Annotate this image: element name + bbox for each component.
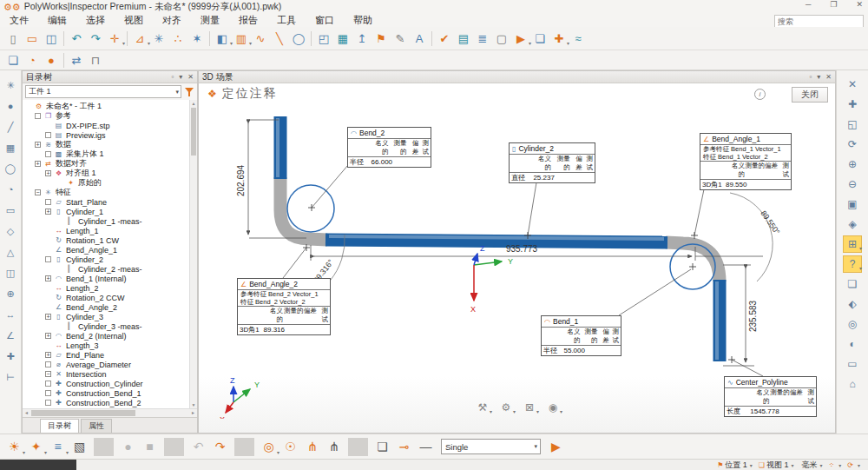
tree-item-expander[interactable] <box>57 218 63 224</box>
tree-item[interactable]: ∠ Bend_Angle_1 <box>23 245 197 255</box>
annotation-box[interactable]: ∿ Center_Polyline 名义的 测量的 偏差 测试 <box>724 376 817 417</box>
tree-item[interactable]: ↻ Rotation_1 CW <box>23 235 197 245</box>
menu-item[interactable]: 文件 <box>0 14 38 27</box>
pin-icon[interactable]: ▫ <box>809 73 812 81</box>
add-gauge-button[interactable]: ✚ <box>549 30 569 47</box>
rotate-view-button[interactable]: ⟳ <box>843 136 862 153</box>
tree-item-expander[interactable] <box>45 390 51 396</box>
tree-item[interactable]: ✚ Construction_Bend_1 <box>23 388 197 398</box>
layers-button[interactable]: ❏ <box>530 30 549 47</box>
record-macro-button[interactable]: ● <box>42 51 61 69</box>
zoom-in-button[interactable]: ⊕ <box>843 156 862 173</box>
compare-button[interactable]: ⇄ <box>67 51 86 69</box>
polygon-button[interactable]: △ <box>2 244 19 260</box>
tree-item[interactable]: ✕ Intersection <box>23 369 197 379</box>
distance-button[interactable]: ↔ <box>2 307 19 322</box>
tree-item-expander[interactable] <box>45 228 51 234</box>
tree-item[interactable]: ↔ Length_1 <box>23 226 197 235</box>
point-cloud-button[interactable]: ✳ <box>149 30 168 47</box>
annotation-box[interactable]: ◠ Bend_2 名义的 测量的 偏差 测试 <box>347 127 431 168</box>
tree-item[interactable]: ⌀ Average_Diameter <box>23 360 197 369</box>
tree-item-expander[interactable] <box>45 256 51 262</box>
arc-button[interactable]: ◔ <box>2 182 19 197</box>
tree-item[interactable]: ⚙ 未命名* - 工件 1 <box>23 102 197 111</box>
filter-icon[interactable] <box>184 87 194 97</box>
tree-item[interactable]: ▯ Cylinder_3 <box>23 312 197 321</box>
tree-item[interactable]: ∠ Bend_Angle_2 <box>23 302 197 312</box>
tree-item[interactable]: ◠ Bend_2 (Internal) <box>23 331 197 341</box>
separator[interactable] <box>348 438 368 456</box>
tree-vertical-scrollbar[interactable]: ▲ ▼ <box>189 100 197 408</box>
annotation-box[interactable]: ▯ Cylinder_2 名义的 测量的 偏差 测试 <box>509 142 595 183</box>
tree-item-expander[interactable] <box>57 180 63 186</box>
separator[interactable] <box>127 31 128 46</box>
annotation-box[interactable]: ◠ Bend_1 名义的 测量的 偏差 测试 <box>541 315 621 356</box>
tab-properties[interactable]: 属性 <box>81 419 112 433</box>
layers-view-button[interactable]: ❏ <box>843 275 862 293</box>
tree-item[interactable]: ◠ Bend_1 (Internal) <box>23 274 197 283</box>
tree-item[interactable]: ↔ Length_2 <box>23 283 197 293</box>
tree-item[interactable]: ✚ Construction_Cylinder <box>23 379 197 388</box>
annotation-mode-button[interactable]: ⊞ <box>843 235 862 253</box>
tree-item-expander[interactable] <box>45 275 51 281</box>
pin-icon[interactable]: ▫ <box>171 73 174 81</box>
tree-item[interactable]: ▩ 采集片体 1 <box>23 149 197 159</box>
select-hand-button[interactable]: ⬖ <box>843 295 862 313</box>
device-arm-1-button[interactable]: ⋔ <box>302 438 322 456</box>
separator[interactable] <box>94 438 114 456</box>
scroll-left-icon[interactable]: ◄ <box>23 409 30 417</box>
record-button[interactable]: ● <box>118 438 138 456</box>
separator[interactable] <box>63 31 64 46</box>
tree-item[interactable]: ▯ Cylinder_2 <box>23 255 197 264</box>
annotation-box[interactable]: ∠ Bend_Angle_2 参考特征 Bend_2 Vector_1 特征 B… <box>237 278 331 335</box>
minimize-button[interactable]: ─ <box>806 0 811 9</box>
stop-button[interactable]: ■ <box>140 438 160 456</box>
zoom-out-button[interactable]: ⊖ <box>843 175 862 193</box>
flag-button[interactable]: ⚑ <box>372 30 391 47</box>
search-input[interactable] <box>774 15 864 28</box>
line-feature-button[interactable]: ╲ <box>270 30 289 47</box>
validate-check-button[interactable]: ✔ <box>435 30 454 47</box>
menu-item[interactable]: 窗口 <box>306 14 344 27</box>
lock-icon[interactable]: ⊠ <box>521 400 538 415</box>
close-icon[interactable]: ✕ <box>825 73 832 81</box>
material-button[interactable]: ✦ <box>26 438 46 456</box>
menu-item[interactable]: 帮助 <box>344 14 382 27</box>
scene-canvas[interactable]: ❖ 定位注释 i 关闭 <box>199 83 835 433</box>
light-options-button[interactable]: ☀ <box>4 438 24 456</box>
line-button[interactable]: ╱ <box>2 119 19 135</box>
align-tool-button[interactable]: ⊿ <box>130 30 149 47</box>
tree-item-expander[interactable] <box>45 199 51 205</box>
close-button[interactable]: ✕ <box>856 0 863 9</box>
sphere-button[interactable]: ⊕ <box>2 286 19 301</box>
iso-view-button[interactable]: ◈ <box>843 215 862 233</box>
scroll-up-icon[interactable]: ▲ <box>190 100 197 107</box>
close-icon[interactable]: ✕ <box>187 73 194 81</box>
tree-item-expander[interactable] <box>45 132 51 138</box>
grid-button[interactable]: ▦ <box>333 30 352 47</box>
tree-item-expander[interactable] <box>45 400 51 406</box>
chevron-down-icon[interactable]: ▾ <box>817 73 820 81</box>
separator[interactable] <box>209 31 210 46</box>
tree-item-expander[interactable] <box>45 295 51 301</box>
separator[interactable] <box>311 31 312 46</box>
tree-item-expander[interactable] <box>45 352 51 358</box>
probing-mode-combobox[interactable]: Single <box>441 439 541 454</box>
tree-item-expander[interactable] <box>45 361 51 367</box>
curve-feature-button[interactable]: ∿ <box>251 30 270 47</box>
redo-button[interactable]: ↷ <box>86 30 105 47</box>
menu-item[interactable]: 编辑 <box>38 14 76 27</box>
tree-item-expander[interactable] <box>25 103 31 109</box>
highlight-button[interactable]: ◎ <box>843 315 862 333</box>
statusbar-item[interactable]: ❏ 视图 1 <box>759 460 797 470</box>
tree-item-expander[interactable] <box>45 247 51 253</box>
menu-item[interactable]: 视图 <box>115 14 153 27</box>
tree-item-expander[interactable] <box>45 333 51 339</box>
target-button[interactable]: ✚ <box>2 348 19 364</box>
menu-item[interactable]: 工具 <box>267 14 306 27</box>
chevron-down-icon[interactable]: ▾ <box>179 73 182 81</box>
tree-item[interactable]: ▱ End_Plane <box>23 350 197 360</box>
display-filter-button[interactable]: ≡ <box>48 438 68 456</box>
tree-item[interactable]: ❖ 对齐组 1 <box>23 169 197 178</box>
annotate-button[interactable]: ✎ <box>391 30 410 47</box>
